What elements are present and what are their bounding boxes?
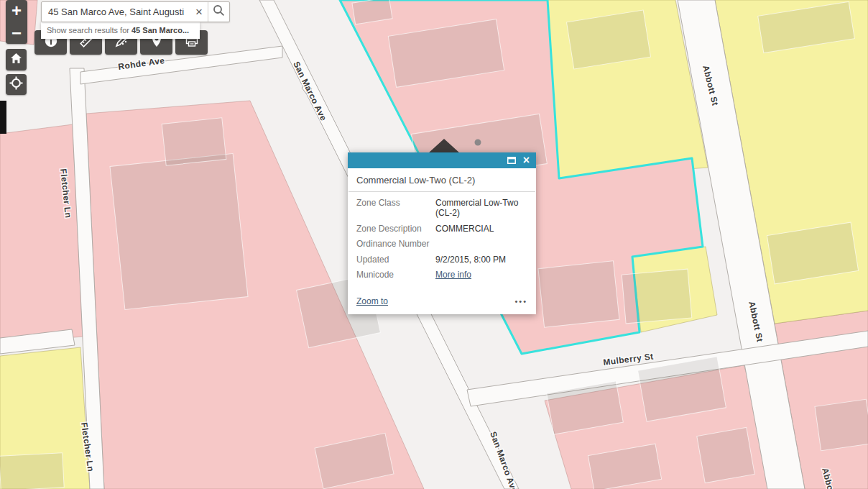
field-value: 9/2/2015, 8:00 PM bbox=[435, 255, 506, 265]
field-value: Commercial Low-Two (CL-2) bbox=[435, 198, 527, 219]
map-dot bbox=[475, 140, 481, 146]
field-label: Updated bbox=[356, 255, 435, 265]
building-footprint bbox=[162, 118, 226, 165]
field-label: Zone Class bbox=[356, 198, 435, 219]
popup-footer: Zoom to ••• bbox=[348, 286, 536, 314]
search-icon bbox=[213, 4, 225, 19]
collapsed-panel-tab[interactable] bbox=[0, 101, 6, 134]
search-box: × bbox=[41, 1, 230, 22]
building-footprint bbox=[110, 154, 248, 310]
popup-field-row: Ordinance Number bbox=[356, 239, 527, 249]
search-input[interactable] bbox=[42, 2, 190, 22]
search-suggestion[interactable]: Show search results for 45 San Marco... bbox=[41, 22, 200, 39]
popup-fields: Zone ClassCommercial Low-Two (CL-2)Zone … bbox=[348, 192, 536, 286]
popup-field-row: Updated9/2/2015, 8:00 PM bbox=[356, 255, 527, 265]
building-footprint bbox=[697, 427, 754, 483]
dock-icon[interactable] bbox=[507, 157, 516, 164]
field-label: Ordinance Number bbox=[356, 239, 435, 249]
building-footprint bbox=[0, 453, 64, 489]
building-footprint bbox=[815, 399, 868, 450]
more-options-button[interactable]: ••• bbox=[514, 300, 527, 303]
field-value: COMMERCIAL bbox=[435, 224, 494, 234]
popup-field-row: MunicodeMore info bbox=[356, 270, 527, 280]
home-icon bbox=[10, 52, 22, 67]
building-footprint bbox=[538, 261, 619, 328]
search-button[interactable] bbox=[208, 2, 229, 22]
suggestion-text: Show search results for bbox=[47, 26, 131, 35]
field-value-link[interactable]: More info bbox=[435, 270, 471, 280]
home-button[interactable] bbox=[6, 49, 27, 70]
popup-header[interactable]: × bbox=[348, 152, 536, 168]
feature-popup: × Commercial Low-Two (CL-2) Zone ClassCo… bbox=[348, 152, 536, 314]
field-label: Municode bbox=[356, 270, 435, 280]
field-label: Zone Description bbox=[356, 224, 435, 234]
suggestion-query: 45 San Marco... bbox=[131, 26, 189, 35]
popup-field-row: Zone DescriptionCOMMERCIAL bbox=[356, 224, 527, 234]
zoom-out-button[interactable]: − bbox=[6, 24, 27, 42]
zoom-to-link[interactable]: Zoom to bbox=[356, 296, 388, 306]
locate-button[interactable] bbox=[6, 74, 27, 95]
clear-search-icon[interactable]: × bbox=[190, 2, 208, 22]
zoom-control: + − bbox=[6, 0, 27, 44]
popup-field-row: Zone ClassCommercial Low-Two (CL-2) bbox=[356, 198, 527, 219]
popup-title: Commercial Low-Two (CL-2) bbox=[348, 168, 536, 191]
zoom-in-button[interactable]: + bbox=[6, 1, 27, 20]
building-footprint bbox=[622, 269, 692, 324]
locate-icon bbox=[9, 76, 23, 93]
close-icon[interactable]: × bbox=[523, 155, 530, 166]
zone-polygon-pink[interactable] bbox=[0, 124, 83, 344]
